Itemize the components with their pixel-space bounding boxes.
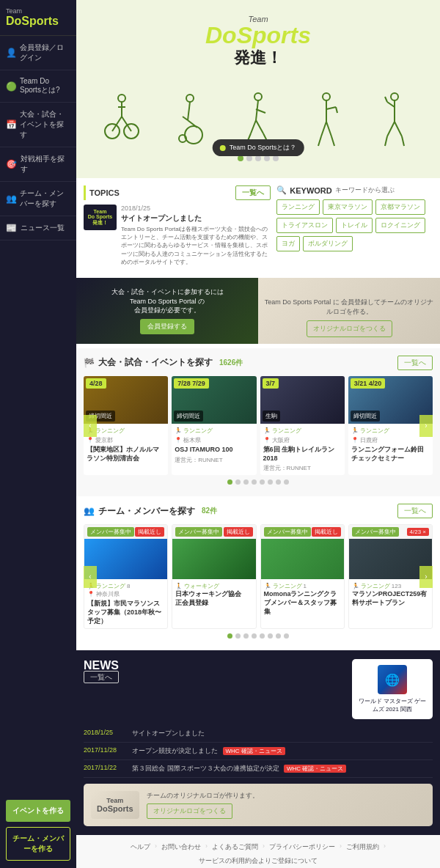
sidebar-item-rivals[interactable]: 🎯 対戦相手を探す xyxy=(0,147,76,182)
teams-dot-1[interactable] xyxy=(235,633,241,639)
sidebar-item-member-login[interactable]: 👤 会員登録／ログイン xyxy=(0,36,76,70)
sidebar-item-label: チーム・メンバーを探す xyxy=(20,188,70,209)
keyword-tag-6[interactable]: ヨガ xyxy=(276,236,300,251)
hero-dot-4[interactable] xyxy=(264,155,270,161)
events-dot-1[interactable] xyxy=(235,479,241,485)
teams-prev-arrow[interactable]: ‹ xyxy=(84,566,97,588)
hero-do-text: Do xyxy=(205,22,237,48)
team-name-3[interactable]: マラソンPROJECT259有料サポートプラン xyxy=(352,590,429,607)
keyword-box: 🔍 KEYWORD キーワードから選ぶ ランニング 東京マラソン 京都マラソン … xyxy=(276,185,433,266)
keyword-tag-7[interactable]: ボルダリング xyxy=(303,236,353,251)
keyword-tag-0[interactable]: ランニング xyxy=(276,199,320,215)
news-banner-desc: チームのオリジナルロゴが作ります。 xyxy=(147,791,426,801)
wheelchair-icon xyxy=(172,91,208,150)
teams-more-button[interactable]: 一覧へ xyxy=(397,504,433,518)
events-more-button[interactable]: 一覧へ xyxy=(397,356,433,370)
about-icon: 🟢 xyxy=(6,81,16,92)
topics-header: TOPICS 一覧へ xyxy=(84,185,271,200)
svg-line-24 xyxy=(321,122,326,136)
hero-badge[interactable]: Team Do Sportsとは？ xyxy=(213,139,304,156)
news-more-button[interactable]: 一覧へ xyxy=(84,671,119,683)
team-img-2 xyxy=(261,539,344,579)
keyword-tag-2[interactable]: 京都マラソン xyxy=(375,199,425,215)
svg-point-20 xyxy=(323,93,330,100)
teams-dot-7[interactable] xyxy=(284,633,289,639)
svg-line-33 xyxy=(395,122,402,136)
team-date-badge-3: 4/23 × xyxy=(407,528,429,536)
create-logo-button[interactable]: オリジナルロゴをつくる xyxy=(307,320,392,337)
footer-link-1[interactable]: お問い合わせ xyxy=(161,842,201,852)
event-name-3[interactable]: ランニングフォーム鈴田チェックセミナー xyxy=(351,446,430,463)
register-button[interactable]: 会員登録する xyxy=(140,319,194,334)
team-new-badge-0: 掲載近し xyxy=(135,527,164,537)
team-location-text-0: 神奈川県 xyxy=(96,590,120,598)
svg-point-7 xyxy=(186,95,194,102)
footer-link-2[interactable]: よくあるご質問 xyxy=(212,842,258,852)
footer-sep-0: › xyxy=(155,842,157,852)
team-recruiting-badge-3: メンバー募集中 xyxy=(352,527,399,537)
events-dot-5[interactable] xyxy=(268,479,273,485)
teams-dot-2[interactable] xyxy=(243,633,249,639)
event-name-1[interactable]: OSJ ITAMURO 100 xyxy=(175,446,253,455)
news-text-content-1[interactable]: オープン競技が決定しました xyxy=(132,747,218,754)
sidebar-item-about[interactable]: 🟢 Team Do Sportsとは? xyxy=(0,70,76,103)
sidebar-item-members[interactable]: 👥 チーム・メンバーを探す xyxy=(0,182,76,216)
teams-dot-4[interactable] xyxy=(260,633,265,639)
team-sport-0: 🏃 ランニング 8 xyxy=(87,582,164,590)
hero-dot-5[interactable] xyxy=(273,155,279,161)
keyword-tag-1[interactable]: 東京マラソン xyxy=(323,199,373,215)
news-banner-button[interactable]: オリジナルロゴをつくる xyxy=(147,803,232,819)
portal-banner-content: 大会・試合・イベントに参加するには Team Do Sports Portal … xyxy=(106,282,230,340)
events-dot-2[interactable] xyxy=(243,479,249,485)
topic-logo-l3: 発進！ xyxy=(92,219,108,227)
teams-dot-6[interactable] xyxy=(276,633,281,639)
news-badge-box: 🌐 ワールド マスターズ ゲームズ 2021 関西 xyxy=(352,659,433,719)
svg-line-31 xyxy=(385,97,387,102)
events-prev-arrow[interactable]: ‹ xyxy=(84,415,97,437)
teams-dot-3[interactable] xyxy=(252,633,257,639)
topic-logo: Team Do Sports 発進！ xyxy=(84,205,117,230)
team-members-0: 8 xyxy=(127,583,130,589)
hero-dot-1[interactable] xyxy=(238,155,243,161)
events-dot-7[interactable] xyxy=(284,479,289,485)
team-card-header-0: メンバー募集中 掲載近し xyxy=(84,525,167,539)
pin-icon-0: 📍 xyxy=(87,437,94,444)
team-name-1[interactable]: 日本ウォーキング協会 正会員登録 xyxy=(175,590,252,607)
keyword-tag-3[interactable]: トライアスロン xyxy=(276,218,333,233)
events-dot-3[interactable] xyxy=(252,479,257,485)
team-name-0[interactable]: 【新規】市民マラソンスタッフ募集（2018年秋〜予定） xyxy=(87,600,164,625)
news-item-1: 2017/11/28 オープン競技が決定しました WHC 確認・ニュース xyxy=(84,743,433,760)
keyword-tag-4[interactable]: トレイル xyxy=(336,218,373,233)
sidebar-item-events[interactable]: 📅 大会・試合・イベントを探す xyxy=(0,103,76,147)
teams-dot-0[interactable] xyxy=(227,633,232,639)
sidebar-item-news[interactable]: 📰 ニュース一覧 xyxy=(0,216,76,240)
teams-dots xyxy=(84,629,433,643)
news-text-content-2[interactable]: 第３回総会 国際スポーツ３大会の連携協定が決定 xyxy=(132,765,279,772)
footer-link-4[interactable]: ご利用規約 xyxy=(346,842,379,852)
footer-link-3[interactable]: プライバシーポリシー xyxy=(269,842,335,852)
topic-title: サイトオープンしました xyxy=(121,213,271,224)
keyword-tag-5[interactable]: ロクイニング xyxy=(375,218,425,233)
footer-link-0[interactable]: ヘルプ xyxy=(131,842,150,852)
hero-dot-3[interactable] xyxy=(255,155,261,161)
footer: ヘルプ › お問い合わせ › よくあるご質問 › プライバシーポリシー › ご利… xyxy=(76,835,440,868)
topics-more-button[interactable]: 一覧へ xyxy=(235,185,271,200)
team-name-2[interactable]: Momonaランニングクラブメンバー＆スタッフ募集 xyxy=(264,590,341,616)
topics-keyword-section: TOPICS 一覧へ Team Do Sports 発進！ 2018/1/25 … xyxy=(76,178,440,273)
create-team-button[interactable]: チーム・メンバーを作る xyxy=(6,827,70,861)
teams-count: 82件 xyxy=(202,506,217,516)
news-text-0[interactable]: サイトオープンしました xyxy=(132,729,433,738)
create-event-button[interactable]: イベントを作る xyxy=(6,800,70,822)
footer-link-5[interactable]: サービスの利用約会よりご登録について xyxy=(199,856,318,866)
teams-next-arrow[interactable]: › xyxy=(419,566,433,588)
event-name-2[interactable]: 第6回 生駒トレイルラン2018 xyxy=(263,446,342,463)
hero-dot-2[interactable] xyxy=(246,155,252,161)
events-dot-6[interactable] xyxy=(276,479,281,485)
events-dot-4[interactable] xyxy=(260,479,265,485)
teams-dot-5[interactable] xyxy=(268,633,273,639)
hero-figures xyxy=(87,76,429,150)
events-next-arrow[interactable]: › xyxy=(419,415,433,437)
event-body-1: 🏃 ランニング 📍 栃木県 OSJ ITAMURO 100 運営元：RUNNET xyxy=(172,424,256,467)
events-dot-0[interactable] xyxy=(227,479,232,485)
event-name-0[interactable]: 【関東地区】ホノルルマラソン特別清吉会 xyxy=(87,446,165,463)
